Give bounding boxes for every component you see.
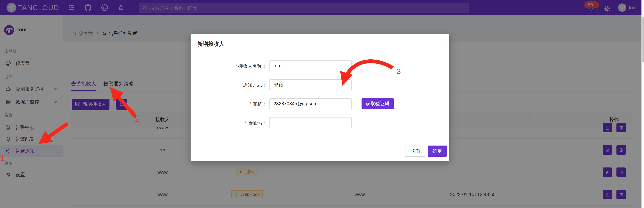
required-mark: * [235, 63, 237, 69]
notify-method-select[interactable]: 邮箱 [270, 79, 352, 90]
chevron-down-icon [343, 82, 348, 87]
required-mark: * [240, 82, 242, 88]
confirm-button[interactable]: 确定 [428, 146, 447, 157]
field-label-email: *邮箱： [196, 101, 266, 107]
modal-title: 新增接收人 [197, 40, 224, 48]
cancel-button[interactable]: 取消 [405, 146, 425, 157]
receiver-name-input[interactable] [270, 60, 352, 71]
modal-footer-divider [190, 142, 450, 142]
field-label-method: *通知方式： [196, 82, 266, 88]
required-mark: * [245, 120, 247, 125]
field-label-captcha: *验证码： [196, 120, 266, 126]
close-icon[interactable] [439, 39, 447, 47]
verify-code-input[interactable] [270, 117, 352, 128]
scrollbar-thumb[interactable] [642, 17, 644, 62]
scrollbar[interactable] [642, 0, 644, 208]
get-verify-code-button[interactable]: 获取验证码 [362, 98, 394, 109]
field-label-name: *接收人名称： [196, 63, 266, 69]
add-receiver-modal: 新增接收人 *接收人名称： *通知方式： 邮箱 *邮箱： 获取验证码 *验证码：… [190, 34, 450, 161]
modal-header-divider [190, 52, 450, 52]
email-input[interactable] [270, 98, 352, 109]
required-mark: * [250, 101, 252, 107]
select-value: 邮箱 [274, 82, 283, 88]
